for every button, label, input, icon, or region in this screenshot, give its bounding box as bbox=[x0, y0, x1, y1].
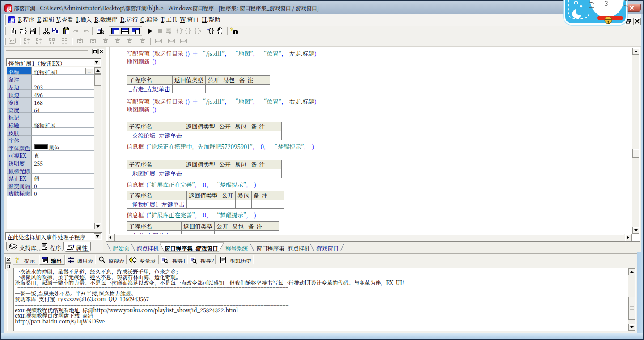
svg-text:?: ? bbox=[15, 256, 19, 264]
svg-text:?: ? bbox=[230, 27, 233, 32]
